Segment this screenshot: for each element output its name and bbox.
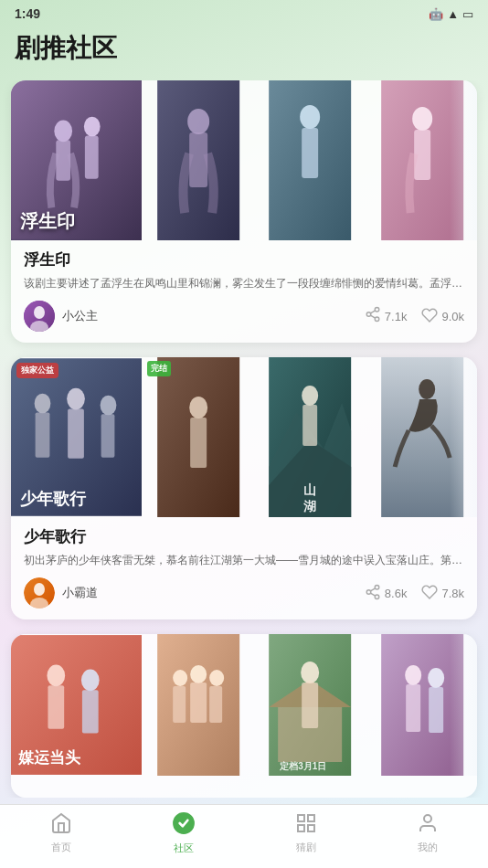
avatar-shaonian bbox=[24, 577, 55, 609]
image-row-meiyun: 媒运当头 bbox=[11, 634, 477, 794]
nav-label-home: 首页 bbox=[51, 841, 71, 854]
wifi-icon: ▲ bbox=[447, 7, 459, 21]
svg-point-44 bbox=[375, 585, 379, 589]
sub-poster-2[interactable] bbox=[255, 80, 365, 240]
avatar-placeholder bbox=[24, 301, 55, 332]
svg-point-3 bbox=[84, 117, 101, 137]
badge-complete: 完结 bbox=[147, 361, 171, 376]
main-poster-shaonian[interactable]: 独家公益 少年歌行 bbox=[11, 357, 142, 517]
svg-rect-76 bbox=[298, 825, 304, 831]
username-fushengyin: 小公主 bbox=[62, 308, 98, 324]
sub-posters-fushengyin bbox=[143, 80, 477, 240]
nav-label-profile: 我的 bbox=[418, 841, 438, 854]
svg-rect-60 bbox=[190, 683, 207, 723]
svg-point-19 bbox=[366, 312, 371, 316]
avatar-fushengyin bbox=[24, 301, 55, 332]
like-button-shaonian[interactable]: 7.8k bbox=[421, 584, 464, 603]
svg-point-78 bbox=[424, 815, 431, 822]
svg-point-42 bbox=[34, 583, 45, 596]
svg-point-32 bbox=[189, 397, 207, 418]
svg-rect-59 bbox=[173, 686, 186, 723]
sub-poster-shaonian-1[interactable]: 完结 bbox=[143, 357, 253, 517]
svg-point-46 bbox=[375, 595, 379, 599]
svg-rect-72 bbox=[429, 687, 443, 733]
svg-point-24 bbox=[35, 394, 51, 414]
heart-icon bbox=[421, 307, 438, 326]
badge-shaonian: 独家公益 bbox=[16, 363, 58, 378]
svg-rect-11 bbox=[302, 128, 318, 178]
bottom-nav: 首页 社区 猜剧 我的 bbox=[0, 804, 488, 868]
heart-icon-shaonian bbox=[421, 584, 438, 603]
sub-poster-shaonian-3[interactable] bbox=[367, 357, 477, 517]
svg-text:湖: 湖 bbox=[303, 499, 316, 513]
drama-icon bbox=[295, 812, 317, 838]
sub-poster-shaonian-2[interactable]: 山 湖 bbox=[255, 357, 365, 517]
card-shaonian-title: 少年歌行 bbox=[24, 526, 464, 547]
main-poster-meiyun[interactable]: 媒运当头 bbox=[11, 634, 142, 794]
android-icon: 🤖 bbox=[429, 7, 443, 21]
share-count-shaonian: 8.6k bbox=[385, 587, 408, 600]
svg-point-20 bbox=[375, 317, 379, 322]
card-fushengyin-actions[interactable]: 7.1k 9.0k bbox=[365, 306, 464, 327]
card-fushengyin-desc: 该剧主要讲述了孟浮生在凤鸣山里和锦澜，雾尘发生了一段段缠绵悱恻的爱情纠葛。孟浮生… bbox=[24, 275, 464, 291]
svg-point-18 bbox=[375, 307, 379, 312]
svg-rect-61 bbox=[209, 686, 222, 723]
community-icon bbox=[172, 811, 196, 839]
svg-line-22 bbox=[370, 310, 375, 312]
like-count-shaonian: 7.8k bbox=[441, 587, 464, 600]
svg-point-13 bbox=[412, 107, 432, 131]
share-icon-shaonian bbox=[365, 584, 381, 603]
svg-point-57 bbox=[190, 665, 207, 683]
svg-point-45 bbox=[366, 589, 371, 594]
svg-text:浮生印: 浮生印 bbox=[20, 211, 75, 231]
svg-rect-2 bbox=[56, 140, 70, 180]
svg-rect-25 bbox=[36, 412, 50, 457]
nav-item-drama[interactable]: 猜剧 bbox=[281, 809, 332, 858]
svg-point-71 bbox=[428, 668, 444, 688]
share-button-shaonian[interactable]: 8.6k bbox=[365, 584, 408, 603]
svg-point-58 bbox=[209, 670, 224, 686]
svg-line-47 bbox=[370, 593, 375, 596]
sub-poster-meiyun-1[interactable] bbox=[143, 634, 253, 776]
sub-poster-3[interactable] bbox=[367, 80, 477, 240]
card-shaonian-footer: 小霸道 8.6k bbox=[11, 568, 477, 609]
svg-rect-68 bbox=[381, 634, 463, 776]
card-shaonian-actions[interactable]: 8.6k 7.8k bbox=[365, 584, 464, 603]
svg-rect-33 bbox=[190, 418, 207, 468]
image-row-shaonian: 独家公益 少年歌行 完结 bbox=[11, 357, 477, 517]
sub-poster-meiyun-3[interactable] bbox=[367, 634, 477, 776]
feed: 浮生印 bbox=[0, 80, 488, 798]
svg-point-35 bbox=[302, 386, 318, 406]
svg-point-56 bbox=[173, 670, 187, 686]
svg-rect-4 bbox=[85, 135, 99, 178]
nav-label-community: 社区 bbox=[174, 842, 194, 855]
nav-item-profile[interactable]: 我的 bbox=[402, 809, 453, 858]
card-fushengyin: 浮生印 bbox=[11, 80, 477, 343]
sub-poster-1[interactable] bbox=[143, 80, 253, 240]
profile-icon bbox=[417, 812, 439, 838]
like-button-fushengyin[interactable]: 9.0k bbox=[421, 307, 464, 326]
share-button-fushengyin[interactable]: 7.1k bbox=[365, 306, 408, 327]
nav-item-home[interactable]: 首页 bbox=[36, 809, 87, 858]
card-fushengyin-footer: 小公主 7.1k bbox=[11, 291, 477, 332]
header: 剧推社区 bbox=[0, 27, 488, 80]
status-bar: 1:49 🤖 ▲ ▭ bbox=[0, 0, 488, 27]
svg-rect-36 bbox=[302, 405, 317, 446]
share-icon bbox=[365, 306, 381, 327]
page-title: 剧推社区 bbox=[15, 31, 473, 66]
card-meiyun: 媒运当头 bbox=[11, 634, 477, 798]
status-icons: 🤖 ▲ ▭ bbox=[429, 7, 473, 21]
svg-line-21 bbox=[370, 315, 375, 318]
svg-text:定档3月1日: 定档3月1日 bbox=[279, 761, 326, 771]
sub-poster-meiyun-2[interactable]: 定档3月1日 bbox=[255, 634, 365, 776]
svg-point-26 bbox=[67, 388, 85, 410]
card-shaonian-content: 少年歌行 初出茅庐的少年侠客雷无桀，慕名前往江湖第一大城——雪月城的途中误入宝落… bbox=[11, 517, 477, 568]
svg-point-7 bbox=[187, 109, 209, 134]
svg-point-10 bbox=[300, 105, 320, 129]
main-poster-fushengyin[interactable]: 浮生印 bbox=[11, 80, 142, 240]
sub-posters-shaonian: 完结 bbox=[143, 357, 477, 517]
svg-point-65 bbox=[301, 662, 319, 683]
svg-rect-27 bbox=[68, 408, 84, 458]
nav-label-drama: 猜剧 bbox=[296, 841, 316, 854]
nav-item-community[interactable]: 社区 bbox=[157, 808, 210, 859]
